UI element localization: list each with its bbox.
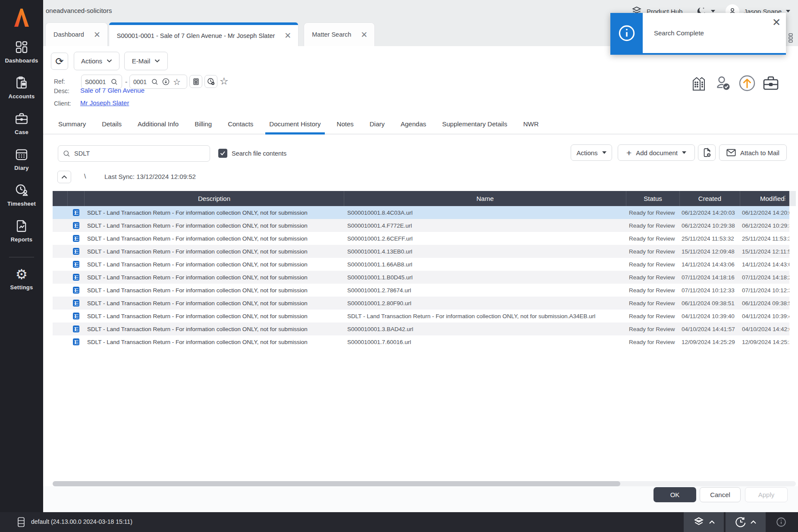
layers-icon — [692, 516, 705, 529]
property-buildings-icon[interactable] — [691, 75, 709, 92]
column-header-description[interactable]: Description — [85, 191, 344, 206]
matter-tab[interactable]: Supplementary Details — [442, 114, 507, 134]
sidebar: Dashboards Accounts Case — [0, 0, 43, 512]
row-name: S000010001.1.66AB8.url — [344, 261, 626, 268]
horizontal-scrollbar[interactable] — [53, 481, 796, 486]
table-row[interactable]: SDLT - Land Transaction Return - For inf… — [53, 232, 789, 245]
column-header-name[interactable]: Name — [344, 191, 626, 206]
email-button[interactable]: E-Mail — [124, 52, 168, 70]
close-icon[interactable]: ✕ — [284, 31, 291, 40]
info-icon[interactable] — [776, 516, 787, 528]
ref-matter-input[interactable] — [85, 78, 107, 85]
table-row[interactable]: SDLT - Land Transaction Return - For inf… — [53, 271, 789, 284]
billing-calculator-button[interactable] — [189, 75, 202, 88]
tab-matter[interactable]: S00001-0001 - Sale of 7 Glen Avenue - Mr… — [109, 22, 298, 46]
table-row[interactable]: SDLT - Land Transaction Return - For inf… — [53, 219, 789, 232]
calculator-icon — [192, 78, 200, 86]
sidebar-item-dashboards[interactable]: Dashboards — [5, 40, 38, 64]
matter-tab[interactable]: Agendas — [401, 114, 426, 134]
sidebar-item-case[interactable]: Case — [14, 111, 29, 135]
document-search-field[interactable] — [58, 145, 210, 162]
search-icon[interactable] — [110, 78, 118, 86]
ref-sub-input[interactable] — [133, 78, 148, 85]
row-description: SDLT - Land Transaction Return - For inf… — [85, 326, 344, 332]
matter-tab[interactable]: Summary — [58, 114, 86, 134]
chevron-up-icon — [750, 520, 757, 524]
upload-icon[interactable] — [738, 74, 757, 93]
sidebar-item-timesheet[interactable]: Timesheet — [7, 183, 36, 207]
table-row[interactable]: SDLT - Land Transaction Return - For inf… — [53, 284, 789, 297]
table-row[interactable]: SDLT - Land Transaction Return - For inf… — [53, 245, 789, 258]
row-name: S000010001.2.6CEFF.url — [344, 235, 626, 242]
new-document-template-button[interactable] — [698, 144, 716, 161]
refresh-button[interactable]: ⟳ — [51, 53, 68, 70]
history-down-icon[interactable] — [162, 78, 170, 86]
matter-actions-button[interactable]: Actions — [74, 52, 119, 70]
matter-favourite-icon[interactable]: ☆ — [220, 76, 229, 86]
row-created: 07/11/2024 10:12:33 — [680, 287, 740, 294]
sidebar-item-reports[interactable]: Reports — [11, 219, 33, 243]
accounts-icon — [14, 75, 29, 90]
sidebar-item-accounts[interactable]: Accounts — [9, 75, 35, 100]
document-file-icon — [73, 248, 79, 255]
table-row[interactable]: SDLT - Land Transaction Return - For inf… — [53, 297, 789, 310]
row-modified: 14/11/2024 14:43:06 — [740, 261, 789, 268]
matter-tab[interactable]: Billing — [195, 114, 212, 134]
row-modified: 06/12/2024 10:29:38 — [740, 222, 789, 229]
matter-description-link[interactable]: Sale of 7 Glen Avenue — [80, 87, 145, 94]
add-document-button[interactable]: + Add document — [618, 144, 695, 161]
column-header-status[interactable]: Status — [626, 191, 680, 206]
row-status: Ready for Review — [626, 339, 680, 345]
search-file-contents-checkbox[interactable] — [218, 149, 227, 158]
table-row[interactable]: SDLT - Land Transaction Return - For inf… — [53, 206, 789, 219]
scrollbar-thumb[interactable] — [53, 481, 620, 486]
tab-list-icon[interactable] — [785, 33, 795, 43]
clock-history-icon — [735, 516, 747, 528]
matter-tab-label: Contacts — [228, 120, 253, 128]
time-record-button[interactable] — [204, 75, 217, 88]
table-row[interactable]: SDLT - Land Transaction Return - For inf… — [53, 322, 789, 335]
ok-button[interactable]: OK — [653, 487, 696, 502]
collapse-panel-button[interactable] — [57, 171, 71, 183]
table-body: SDLT - Land Transaction Return - For inf… — [53, 206, 789, 348]
column-header-created[interactable]: Created — [680, 191, 740, 206]
matter-tab[interactable]: Diary — [370, 114, 385, 134]
tab-dashboard[interactable]: Dashboard ✕ — [45, 22, 108, 46]
case-briefcase-icon[interactable] — [762, 75, 780, 92]
matter-tab[interactable]: NWR — [523, 114, 539, 134]
matter-tab-label: Supplementary Details — [442, 120, 507, 128]
history-panel-button[interactable] — [726, 512, 766, 532]
close-icon[interactable]: ✕ — [94, 31, 101, 39]
matter-tab[interactable]: Notes — [337, 114, 354, 134]
matter-tab[interactable]: Contacts — [228, 114, 253, 134]
documents-actions-button[interactable]: Actions — [571, 144, 612, 161]
matter-tab[interactable]: Details — [102, 114, 122, 134]
close-icon[interactable]: ✕ — [772, 16, 781, 28]
table-row[interactable]: SDLT - Land Transaction Return - For inf… — [53, 258, 789, 271]
matter-tab[interactable]: Document History — [269, 114, 320, 134]
sidebar-item-label: Reports — [11, 236, 33, 243]
calendar-icon — [14, 147, 29, 162]
search-icon[interactable] — [151, 78, 159, 86]
table-row[interactable]: SDLT - Land Transaction Return - For inf… — [53, 335, 789, 348]
column-options-icon[interactable]: ⋮ — [782, 194, 788, 201]
cancel-button[interactable]: Cancel — [700, 487, 741, 502]
client-link[interactable]: Mr Joseph Slater — [80, 99, 129, 106]
sidebar-item-settings[interactable]: ⚙ Settings — [10, 268, 33, 291]
document-search-input[interactable] — [74, 150, 205, 157]
row-name: S000010001.3.BAD42.url — [344, 326, 626, 332]
tab-matter-search[interactable]: Matter Search ✕ — [304, 22, 375, 46]
sidebar-item-diary[interactable]: Diary — [14, 147, 29, 171]
matter-tab[interactable]: Additional Info — [138, 114, 179, 134]
chevron-up-icon — [61, 175, 67, 179]
layers-panel-button[interactable] — [684, 512, 724, 532]
close-icon[interactable]: ✕ — [361, 31, 368, 39]
favourite-icon[interactable]: ☆ — [173, 78, 181, 86]
table-row[interactable]: SDLT - Land Transaction Return - For inf… — [53, 310, 789, 322]
toast-notification: Search Complete ✕ — [610, 13, 786, 55]
attach-to-mail-button[interactable]: Attach to Mail — [719, 144, 787, 161]
apply-button[interactable]: Apply — [745, 487, 788, 502]
row-status: Ready for Review — [626, 326, 680, 332]
client-verified-icon[interactable] — [714, 75, 732, 92]
chevron-down-icon — [107, 59, 112, 63]
